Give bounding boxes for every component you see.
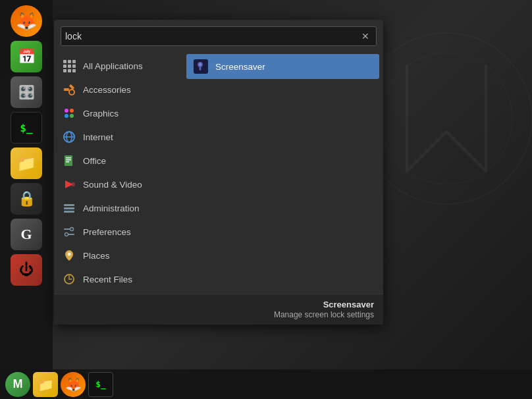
- taskbar-bottom-terminal[interactable]: $_: [88, 372, 113, 397]
- status-description: Manage screen lock settings: [63, 310, 374, 319]
- category-graphics[interactable]: Graphics: [54, 101, 182, 125]
- status-title: Screensaver: [63, 300, 374, 309]
- graphics-icon: [62, 106, 76, 120]
- recent-files-icon: [62, 272, 76, 286]
- taskbar-bottom-mint[interactable]: M: [5, 372, 30, 397]
- menu-status-bar: Screensaver Manage screen lock settings: [54, 294, 383, 325]
- svg-point-0: [361, 33, 532, 204]
- apps-panel: Screensaver: [182, 51, 383, 294]
- svg-point-6: [70, 109, 74, 113]
- svg-rect-2: [64, 88, 69, 91]
- category-places[interactable]: Places: [54, 244, 182, 267]
- svg-point-24: [65, 233, 68, 236]
- app-screensaver-label: Screensaver: [215, 62, 265, 72]
- category-administration[interactable]: Administration: [54, 196, 182, 220]
- svg-rect-21: [64, 228, 70, 230]
- svg-rect-18: [64, 204, 74, 206]
- preferences-icon: [62, 225, 76, 239]
- svg-point-30: [199, 63, 201, 66]
- taskbar-settings[interactable]: 🎛️: [11, 76, 42, 108]
- taskbar-bottom-files[interactable]: 📁: [33, 372, 58, 397]
- category-preferences[interactable]: Preferences: [54, 220, 182, 244]
- search-clear-button[interactable]: ✕: [359, 30, 372, 43]
- svg-rect-12: [65, 155, 72, 166]
- taskbar-bottom-firefox[interactable]: 🦊: [61, 372, 86, 397]
- taskbar-terminal[interactable]: $_: [11, 112, 42, 144]
- taskbar-grub[interactable]: G: [11, 219, 42, 250]
- internet-icon: [62, 130, 76, 144]
- svg-rect-13: [66, 157, 71, 159]
- taskbar-files[interactable]: 📁: [11, 147, 42, 179]
- taskbar-calendar[interactable]: 📅: [11, 41, 42, 72]
- taskbar-firefox[interactable]: 🦊: [11, 5, 42, 37]
- category-all-applications-label: All Applications: [83, 61, 143, 71]
- category-places-label: Places: [83, 251, 110, 261]
- category-sound-video[interactable]: Sound & Video: [54, 173, 182, 196]
- svg-point-1: [381, 53, 512, 184]
- svg-rect-19: [64, 207, 74, 209]
- category-sound-video-label: Sound & Video: [83, 180, 142, 190]
- places-icon: [62, 248, 76, 263]
- category-internet[interactable]: Internet: [54, 125, 182, 149]
- svg-point-22: [70, 228, 74, 231]
- search-bar: ✕: [61, 26, 377, 46]
- svg-point-7: [65, 114, 68, 118]
- category-preferences-label: Preferences: [83, 227, 131, 237]
- category-internet-label: Internet: [83, 132, 113, 142]
- screensaver-icon: [193, 59, 209, 74]
- administration-icon: [62, 201, 76, 215]
- taskbar-bottom: M 📁 🦊 $_: [0, 369, 532, 399]
- search-input[interactable]: [65, 31, 359, 41]
- menu-content: All Applications Accessories: [54, 51, 383, 294]
- category-recent-files[interactable]: Recent Files: [54, 267, 182, 291]
- category-accessories[interactable]: Accessories: [54, 78, 182, 101]
- categories-panel: All Applications Accessories: [54, 51, 182, 294]
- taskbar-power[interactable]: ⏻: [11, 254, 42, 286]
- category-accessories-label: Accessories: [83, 85, 131, 95]
- svg-rect-20: [64, 211, 74, 213]
- category-recent-files-label: Recent Files: [83, 275, 132, 284]
- category-office-label: Office: [83, 156, 106, 166]
- svg-point-8: [70, 114, 74, 118]
- accessories-icon: [62, 82, 76, 97]
- taskbar-left: 🦊 📅 🎛️ $_ 📁 🔒 G ⏻: [0, 0, 53, 399]
- app-menu: ✕ All Applications: [54, 20, 383, 325]
- svg-rect-15: [66, 161, 69, 163]
- svg-rect-14: [66, 159, 71, 161]
- office-icon: [62, 153, 76, 168]
- category-office[interactable]: Office: [54, 149, 182, 173]
- svg-point-25: [68, 253, 71, 256]
- svg-rect-3: [69, 84, 74, 90]
- sound-video-icon: [62, 177, 76, 192]
- all-applications-icon: [62, 59, 76, 73]
- svg-point-4: [69, 90, 74, 95]
- svg-point-17: [71, 182, 75, 186]
- category-administration-label: Administration: [83, 203, 140, 213]
- category-graphics-label: Graphics: [83, 109, 119, 119]
- taskbar-lock[interactable]: 🔒: [11, 183, 42, 215]
- app-screensaver[interactable]: Screensaver: [186, 54, 379, 79]
- svg-rect-23: [68, 234, 74, 235]
- category-all-applications[interactable]: All Applications: [54, 54, 182, 78]
- svg-point-5: [65, 109, 68, 113]
